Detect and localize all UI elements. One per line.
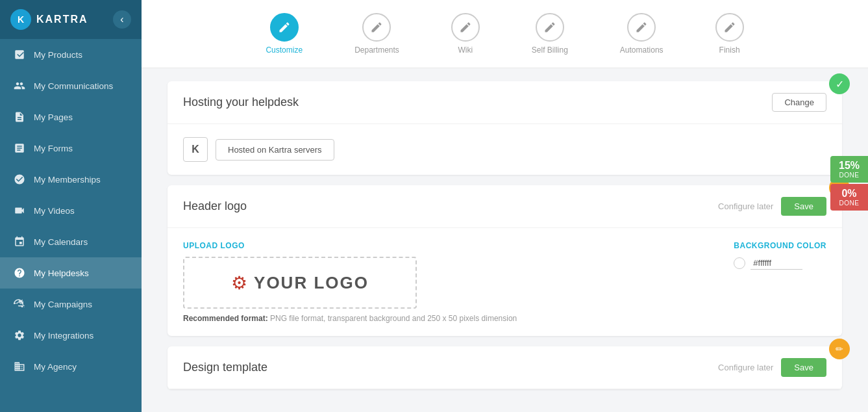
progress-15-label: DONE (836, 172, 863, 179)
color-swatch[interactable] (734, 257, 745, 269)
hosting-section-body: K Hosted on Kartra servers (167, 124, 842, 175)
sidebar-item-memberships-label: My Memberships (34, 175, 101, 185)
sidebar-item-agency[interactable]: My Agency (0, 351, 142, 382)
integrations-icon (13, 329, 26, 342)
sidebar-item-videos[interactable]: My Videos (0, 195, 142, 226)
sidebar-item-helpdesks-label: My Helpdesks (34, 268, 89, 278)
step-self-billing-circle (536, 13, 564, 42)
step-wiki-label: Wiki (458, 45, 473, 55)
sidebar-item-communications[interactable]: My Communications (0, 70, 142, 101)
step-finish-circle (715, 13, 744, 42)
header-logo-actions: Configure later Save (718, 197, 826, 216)
main-content: Customize Departments Wiki Self Billing (142, 0, 868, 412)
sidebar-item-products-label: My Products (34, 50, 82, 60)
helpdesks-icon (13, 266, 26, 279)
step-departments-label: Departments (354, 45, 399, 55)
kartra-logo-text: KARTRA (36, 14, 88, 25)
kartra-k-logo: K (183, 137, 208, 162)
recommended-format-title: Recommended format: (183, 314, 268, 323)
recommended-format: Recommended format: PNG file format, tra… (183, 314, 708, 323)
hosting-section: ✓ Hosting your helpdesk Change K Hosted … (167, 81, 842, 175)
sidebar-item-integrations[interactable]: My Integrations (0, 320, 142, 351)
sidebar-item-agency-label: My Agency (34, 362, 77, 372)
header-logo-section: ✏ Header logo Configure later Save UPLOA… (167, 185, 842, 336)
progress-badge-0: 0% DONE (830, 184, 868, 211)
communications-icon (13, 79, 26, 92)
header-logo-section-title: Header logo (183, 200, 247, 213)
hosting-status-check: ✓ (829, 73, 850, 94)
step-departments[interactable]: Departments (354, 13, 399, 55)
sidebar-item-products[interactable]: My Products (0, 39, 142, 70)
design-template-section-title: Design template (183, 361, 267, 374)
sidebar-item-calendars[interactable]: My Calendars (0, 226, 142, 257)
step-customize-circle (270, 13, 299, 42)
design-template-actions: Configure later Save (718, 358, 826, 377)
step-finish[interactable]: Finish (715, 13, 744, 55)
products-icon (13, 48, 26, 61)
design-template-configure-later[interactable]: Configure later (718, 363, 773, 372)
step-automations-label: Automations (620, 45, 663, 55)
step-self-billing-label: Self Billing (532, 45, 568, 55)
step-automations-circle (627, 13, 656, 42)
sidebar-item-communications-label: My Communications (34, 81, 113, 91)
upload-section: UPLOAD LOGO ⚙ YOUR LOGO Recommended form… (183, 241, 708, 323)
sidebar-logo: K KARTRA (10, 9, 88, 30)
bg-color-label: BACKGROUND COLOR (734, 241, 826, 250)
sidebar-collapse-button[interactable]: ‹ (113, 10, 131, 29)
header-logo-configure-later[interactable]: Configure later (718, 201, 773, 211)
step-departments-circle (362, 13, 391, 42)
recommended-format-desc: PNG file format, transparent background … (270, 314, 517, 323)
steps-navigation: Customize Departments Wiki Self Billing (142, 0, 868, 68)
color-value-input[interactable] (750, 257, 802, 270)
color-row (734, 257, 826, 270)
hosting-section-header: Hosting your helpdesk Change (167, 81, 842, 124)
step-wiki[interactable]: Wiki (451, 13, 480, 55)
logo-gear-icon: ⚙ (231, 272, 247, 294)
content-area: ✓ Hosting your helpdesk Change K Hosted … (142, 68, 868, 412)
sidebar-item-pages[interactable]: My Pages (0, 101, 142, 133)
campaigns-icon (13, 298, 26, 311)
logo-section: UPLOAD LOGO ⚙ YOUR LOGO Recommended form… (183, 241, 826, 323)
design-template-section-header: Design template Configure later Save (167, 346, 842, 389)
sidebar-item-integrations-label: My Integrations (34, 331, 93, 341)
step-finish-label: Finish (719, 45, 740, 55)
sidebar-item-forms[interactable]: My Forms (0, 133, 142, 164)
progress-badges: 15% DONE 0% DONE (830, 156, 868, 211)
pages-icon (13, 110, 26, 123)
design-template-save-button[interactable]: Save (781, 358, 826, 377)
sidebar-item-helpdesks[interactable]: My Helpdesks (0, 257, 142, 289)
header-logo-save-button[interactable]: Save (781, 197, 826, 216)
design-template-section: ✏ Design template Configure later Save (167, 346, 842, 389)
sidebar-item-pages-label: My Pages (34, 112, 73, 122)
calendars-icon (13, 235, 26, 248)
memberships-icon (13, 173, 26, 186)
forms-icon (13, 142, 26, 155)
header-logo-section-header: Header logo Configure later Save (167, 185, 842, 228)
step-wiki-circle (451, 13, 480, 42)
kartra-logo-icon: K (10, 9, 31, 30)
sidebar-item-memberships[interactable]: My Memberships (0, 164, 142, 195)
sidebar-item-calendars-label: My Calendars (34, 237, 88, 247)
step-customize-label: Customize (266, 45, 303, 55)
progress-0-label: DONE (836, 200, 863, 207)
step-automations[interactable]: Automations (620, 13, 663, 55)
sidebar-item-forms-label: My Forms (34, 144, 73, 153)
step-self-billing[interactable]: Self Billing (532, 13, 568, 55)
header-logo-section-body: UPLOAD LOGO ⚙ YOUR LOGO Recommended form… (167, 228, 842, 336)
hosting-section-title: Hosting your helpdesk (183, 96, 299, 109)
sidebar-header: K KARTRA ‹ (0, 0, 142, 39)
sidebar-item-campaigns-label: My Campaigns (34, 300, 92, 309)
videos-icon (13, 204, 26, 217)
agency-icon (13, 360, 26, 373)
progress-0-pct: 0% (836, 188, 863, 200)
step-customize[interactable]: Customize (266, 13, 303, 55)
logo-preview[interactable]: ⚙ YOUR LOGO (183, 257, 417, 309)
progress-badge-15: 15% DONE (830, 156, 868, 183)
hosting-badge: Hosted on Kartra servers (216, 139, 334, 161)
progress-15-pct: 15% (836, 160, 863, 172)
logo-text-preview: YOUR LOGO (254, 273, 369, 293)
hosting-change-button[interactable]: Change (772, 93, 826, 112)
bg-color-section: BACKGROUND COLOR (734, 241, 826, 270)
hosting-option: K Hosted on Kartra servers (183, 137, 826, 162)
sidebar-item-campaigns[interactable]: My Campaigns (0, 289, 142, 320)
